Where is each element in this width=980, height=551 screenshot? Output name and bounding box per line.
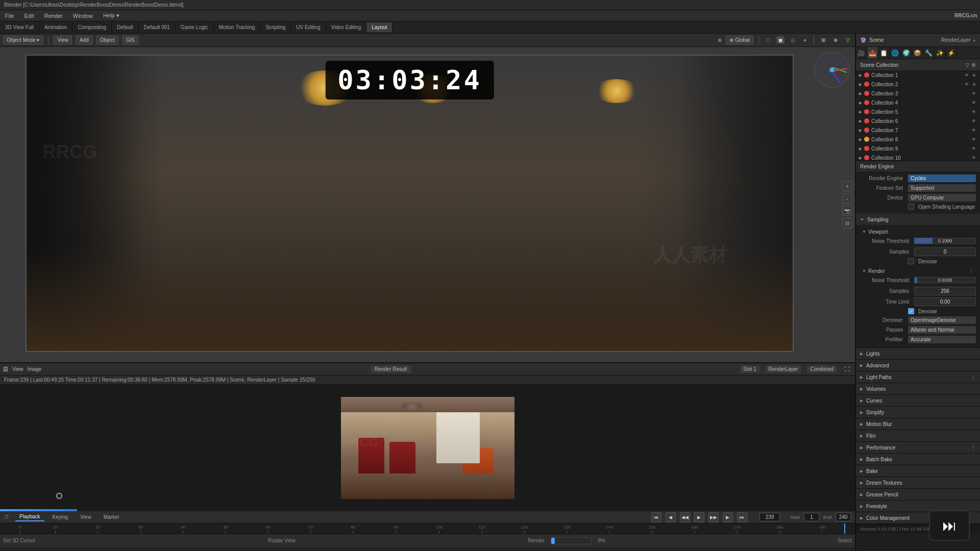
scene-tab[interactable]: 🌐 xyxy=(890,47,901,59)
output-tab[interactable]: 📤 xyxy=(867,47,878,59)
timeline-tab-marker[interactable]: Marker xyxy=(100,513,124,521)
timeline-ruler[interactable]: 0 10 20 30 40 50 60 70 80 90 100 110 120… xyxy=(0,523,855,534)
play-btn[interactable]: ▶ xyxy=(694,512,704,522)
ws-tab-layout[interactable]: Layout xyxy=(366,22,393,32)
render-samples-value[interactable]: 256 xyxy=(914,287,976,295)
ortho-btn[interactable]: ⊟ xyxy=(842,218,852,228)
grease-pencil-header[interactable]: ▶ Grease Pencil xyxy=(856,489,980,500)
coll-cursor-1[interactable]: ⊕ xyxy=(971,72,977,78)
menu-window[interactable]: Window xyxy=(71,12,95,20)
particles-tab[interactable]: ✨ xyxy=(935,47,946,59)
collection-3[interactable]: ▶ Collection 3 👁 xyxy=(856,89,980,98)
ws-tab-videoediting[interactable]: Video Editing xyxy=(326,22,367,32)
slot-selector[interactable]: Slot 1 xyxy=(740,365,760,373)
vp-noise-slider[interactable]: 0.1000 xyxy=(914,236,976,245)
fast-forward-button[interactable]: ⏭ xyxy=(929,510,970,541)
zoom-out-btn[interactable]: - xyxy=(842,193,852,204)
performance-menu[interactable]: ⋮ xyxy=(971,445,976,450)
coll-eye-9[interactable]: 👁 xyxy=(971,145,977,152)
scene-filter-btn[interactable]: ▽ xyxy=(965,62,969,68)
end-frame[interactable]: 240 xyxy=(836,513,851,521)
jump-end-btn[interactable]: ⏭ xyxy=(737,512,747,522)
timeline-tab-view[interactable]: View xyxy=(76,513,95,521)
object-mode-btn[interactable]: Object Mode ▾ xyxy=(3,36,43,44)
collection-5[interactable]: ▶ Collection 5 👁 xyxy=(856,107,980,116)
modifier-tab[interactable]: 🔧 xyxy=(923,47,935,59)
combined-selector[interactable]: Combined xyxy=(807,365,837,373)
render-denoise-checkbox[interactable]: ✓ xyxy=(908,308,914,314)
render-engine-dropdown[interactable]: Cycles xyxy=(908,174,976,182)
start-frame[interactable]: 1 xyxy=(804,513,819,521)
vp-denoise-checkbox[interactable] xyxy=(908,258,914,264)
cam-btn[interactable]: 📷 xyxy=(842,206,852,216)
batch-bake-header[interactable]: ▶ Batch Bake xyxy=(856,454,980,465)
collection-10[interactable]: ▶ Collection 10 👁 xyxy=(856,153,980,161)
collection-2[interactable]: ▶ Collection 2 👁 ⊕ xyxy=(856,80,980,89)
play-reverse-btn[interactable]: ◀◀ xyxy=(680,512,690,522)
collection-4[interactable]: ▶ Collection 4 👁 xyxy=(856,98,980,107)
feature-set-dropdown[interactable]: Supported xyxy=(908,184,976,192)
physics-tab[interactable]: ⚡ xyxy=(946,47,957,59)
ws-tab-default[interactable]: Default xyxy=(112,22,139,32)
coll-cursor-2[interactable]: ⊕ xyxy=(971,81,977,87)
filter-btn[interactable]: ▽ xyxy=(844,36,852,44)
step-forward-btn[interactable]: ▶ xyxy=(723,512,733,522)
ws-tab-compositing[interactable]: Compositing xyxy=(72,22,112,32)
coll-eye-8[interactable]: 👁 xyxy=(971,136,977,142)
viewport-3d[interactable]: 03:03:24 + - xyxy=(0,47,855,362)
film-header[interactable]: ▶ Film xyxy=(856,430,980,441)
coll-eye-2[interactable]: 👁 xyxy=(964,81,970,87)
orientation-gizmo[interactable] xyxy=(814,52,850,88)
coll-eye-10[interactable]: 👁 xyxy=(971,155,977,161)
open-shading-checkbox[interactable] xyxy=(908,204,914,210)
volumes-header[interactable]: ▶ Volumes xyxy=(856,383,980,394)
render-sub-menu[interactable]: ⋮ xyxy=(969,268,974,274)
prefilter-dropdown[interactable]: Accurate xyxy=(908,336,976,343)
render-layer-new-btn[interactable]: + xyxy=(973,37,976,43)
overlay-btn[interactable]: ⊞ xyxy=(819,36,827,44)
object-tab[interactable]: 📦 xyxy=(912,47,923,59)
jump-start-btn[interactable]: ⏮ xyxy=(651,512,662,522)
image-menu[interactable]: Image xyxy=(28,366,42,372)
timeline-tab-keying[interactable]: Keying xyxy=(48,513,72,521)
ws-tab-motiontracking[interactable]: Motion Tracking xyxy=(214,22,261,32)
world-tab[interactable]: 🌍 xyxy=(901,47,912,59)
collection-6[interactable]: ▶ Collection 6 👁 xyxy=(856,116,980,126)
zoom-in-btn[interactable]: + xyxy=(842,181,852,191)
render-image-container[interactable]: RRCG xyxy=(0,385,855,511)
render-sub-header[interactable]: ▼ Render ⋮ xyxy=(860,266,976,276)
sampling-header[interactable]: ▼ Sampling xyxy=(856,214,980,225)
coll-eye-6[interactable]: 👁 xyxy=(971,118,977,124)
advanced-header[interactable]: ▶ Advanced xyxy=(856,360,980,371)
bake-header[interactable]: ▶ Bake xyxy=(856,465,980,477)
play-forward-btn[interactable]: ▶▶ xyxy=(708,512,719,522)
ws-tab-gamelogic[interactable]: Game Logic xyxy=(176,22,214,32)
view-btn[interactable]: View xyxy=(54,36,72,44)
coll-eye-7[interactable]: 👁 xyxy=(971,127,977,133)
viewport-shading-wire[interactable]: ◻ xyxy=(764,36,772,44)
coll-eye-3[interactable]: 👁 xyxy=(971,90,977,96)
coll-eye-5[interactable]: 👁 xyxy=(971,109,977,115)
object-btn[interactable]: Object xyxy=(96,36,118,44)
motion-blur-header[interactable]: ▶ Motion Blur xyxy=(856,418,980,430)
viewport-shading-solid[interactable]: ◼ xyxy=(776,36,785,44)
menu-file[interactable]: File xyxy=(3,12,16,20)
layer-selector[interactable]: RenderLayer xyxy=(766,365,801,373)
passes-dropdown[interactable]: Albedo and Normal xyxy=(908,326,976,334)
ws-tab-animation[interactable]: Animation xyxy=(39,22,72,32)
menu-edit[interactable]: Edit xyxy=(22,12,36,20)
viewport-sub-header[interactable]: ▼ Viewport xyxy=(860,227,976,236)
light-paths-menu[interactable]: ⋮ xyxy=(971,374,976,380)
viewport-shading-render[interactable]: ● xyxy=(801,36,808,44)
coll-eye-1[interactable]: 👁 xyxy=(964,72,970,78)
viewport-shading-material[interactable]: ◎ xyxy=(789,36,797,44)
ws-tab-scripting[interactable]: Scripting xyxy=(260,22,291,32)
collection-9[interactable]: ▶ Collection 9 👁 xyxy=(856,144,980,153)
menu-help[interactable]: Help ▾ xyxy=(101,11,121,20)
step-back-btn[interactable]: ◀ xyxy=(666,512,676,522)
scene-options-btn[interactable]: ⚙ xyxy=(971,62,976,68)
frame-number[interactable]: 239 xyxy=(760,513,780,521)
denoiser-dropdown[interactable]: OpenImageDenoise xyxy=(908,316,976,324)
gizmo-btn[interactable]: ⊕ xyxy=(831,36,840,44)
fullscreen-btn[interactable]: ⛶ xyxy=(843,365,852,373)
